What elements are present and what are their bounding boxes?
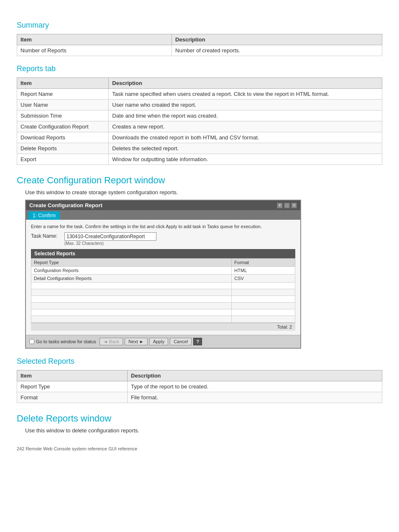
table-cell: Format	[17, 392, 128, 403]
table-cell: HTML	[232, 267, 295, 275]
selected-reports-section: Selected Reports Item Description Report…	[17, 357, 382, 403]
table-cell: Delete Reports	[17, 143, 109, 154]
apply-button[interactable]: Apply	[149, 338, 169, 345]
pin-icon[interactable]: ▼	[277, 203, 283, 208]
close-icon[interactable]: ✕	[291, 203, 297, 208]
table-cell	[232, 283, 295, 289]
table-cell: Window for outputting table information.	[109, 154, 382, 165]
reports-tab-col-item: Item	[17, 78, 109, 89]
dialog-titlebar: Create Configuration Report ▼ □ ✕	[26, 200, 300, 210]
table-cell	[31, 303, 232, 309]
sel-col-desc: Description	[128, 370, 382, 381]
create-window-subtitle: Use this window to create storage system…	[17, 189, 382, 195]
delete-window-subtitle: Use this window to delete configuration …	[17, 427, 382, 434]
table-cell: Task name specified when users created a…	[109, 89, 382, 100]
table-cell: Export	[17, 154, 109, 165]
cancel-button[interactable]: Cancel	[170, 338, 192, 345]
table-cell: Configuration Reports	[31, 267, 232, 275]
task-name-label: Task Name:	[31, 232, 64, 239]
table-cell	[232, 296, 295, 303]
create-window-section: Create Configuration Report window Use t…	[17, 175, 382, 349]
dialog-controls[interactable]: ▼ □ ✕	[277, 203, 297, 208]
help-button[interactable]: ?	[193, 338, 202, 345]
task-name-input[interactable]	[64, 232, 156, 241]
dialog-title: Create Configuration Report	[29, 202, 102, 208]
task-name-row: Task Name: (Max. 32 Characters)	[31, 232, 295, 246]
page-footer: 242 Remote Web Console system reference …	[17, 446, 382, 451]
table-cell: User name who created the report.	[109, 100, 382, 111]
task-name-hint: (Max. 32 Characters)	[64, 241, 156, 246]
table-cell: CSV	[232, 275, 295, 283]
table-cell	[232, 303, 295, 309]
goto-tasks-label: Go to tasks window for status	[36, 339, 96, 344]
table-cell: Submission Time	[17, 111, 109, 121]
create-dialog: Create Configuration Report ▼ □ ✕ 1: Con…	[25, 200, 301, 349]
summary-title: Summary	[17, 21, 382, 30]
table-cell: Number of created reports.	[172, 45, 382, 56]
dialog-tab-bar: 1: Confirm	[26, 210, 300, 220]
selected-reports-header: Selected Reports	[31, 249, 295, 258]
summary-col-desc: Description	[172, 34, 382, 45]
table-cell: Creates a new report.	[109, 121, 382, 132]
dialog-instruction: Enter a name for the task. Confirm the s…	[31, 224, 295, 229]
table-cell: Deletes the selected report.	[109, 143, 382, 154]
summary-col-item: Item	[17, 34, 172, 45]
table-cell	[31, 296, 232, 303]
selected-reports-table: Report Type Format Configuration Reports…	[31, 258, 295, 323]
task-name-wrap: (Max. 32 Characters)	[64, 232, 156, 246]
table-cell: Report Name	[17, 89, 109, 100]
next-button[interactable]: Next ►	[125, 338, 148, 345]
table-cell: Number of Reports	[17, 45, 172, 56]
reports-tab-title: Reports tab	[17, 64, 382, 73]
table-cell: File format.	[128, 392, 382, 403]
reports-tab-table: Item Description Report NameTask name sp…	[17, 77, 382, 165]
dialog-tab-confirm[interactable]: 1: Confirm	[28, 211, 60, 220]
summary-table: Item Description Number of ReportsNumber…	[17, 34, 382, 56]
back-button[interactable]: ◄ Back	[100, 338, 123, 345]
inner-col-report-type: Report Type	[31, 259, 232, 267]
table-cell	[31, 309, 232, 316]
selected-reports-title: Selected Reports	[17, 357, 382, 366]
reports-tab-section: Reports tab Item Description Report Name…	[17, 64, 382, 165]
inner-col-format: Format	[232, 259, 295, 267]
table-cell	[232, 309, 295, 316]
dialog-footer: Go to tasks window for status ◄ Back Nex…	[26, 335, 300, 348]
minimize-icon[interactable]: □	[284, 203, 290, 208]
table-cell: User Name	[17, 100, 109, 111]
table-cell: Detail Configuration Reports	[31, 275, 232, 283]
dialog-body: Enter a name for the task. Confirm the s…	[26, 220, 300, 335]
delete-window-title: Delete Reports window	[17, 413, 382, 424]
summary-section: Summary Item Description Number of Repor…	[17, 21, 382, 56]
table-cell	[232, 289, 295, 296]
table-cell: Date and time when the report was create…	[109, 111, 382, 121]
table-cell	[232, 316, 295, 323]
selected-reports-info-table: Item Description Report TypeType of the …	[17, 370, 382, 403]
table-cell: Downloads the created report in both HTM…	[109, 132, 382, 143]
goto-tasks-checkbox[interactable]	[29, 339, 34, 344]
table-cell	[31, 289, 232, 296]
table-cell: Type of the report to be created.	[128, 381, 382, 392]
create-window-title: Create Configuration Report window	[17, 175, 382, 186]
reports-tab-col-desc: Description	[109, 78, 382, 89]
table-cell: Report Type	[17, 381, 128, 392]
dialog-total: Total: 2	[31, 323, 295, 331]
table-cell: Create Configuration Report	[17, 121, 109, 132]
table-cell: Download Reports	[17, 132, 109, 143]
sel-col-item: Item	[17, 370, 128, 381]
table-cell	[31, 316, 232, 323]
table-cell	[31, 283, 232, 289]
delete-window-section: Delete Reports window Use this window to…	[17, 413, 382, 434]
